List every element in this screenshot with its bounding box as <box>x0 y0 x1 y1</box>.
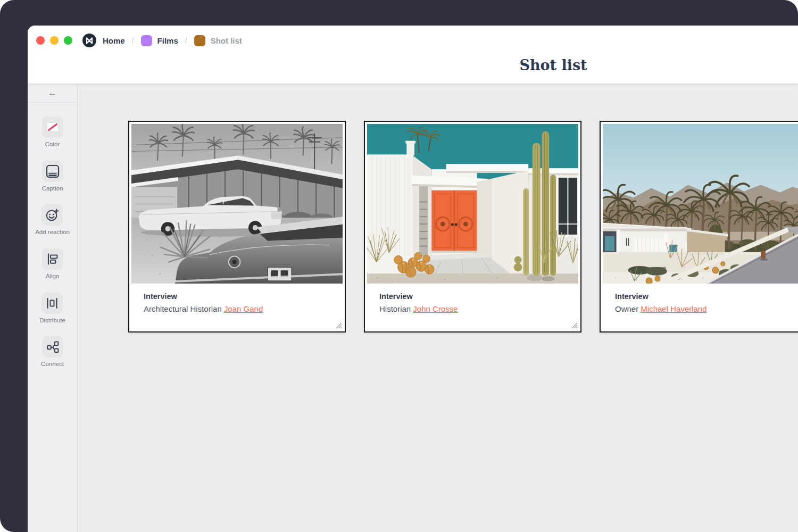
breadcrumb-separator: / <box>185 36 187 45</box>
card-caption: Interview Architectural Historian Joan G… <box>129 284 345 331</box>
tool-label: Add reaction <box>35 229 70 236</box>
person-link[interactable]: John Crosse <box>413 304 458 313</box>
tool-sidebar: ← Color Caption <box>28 84 78 532</box>
breadcrumb-films[interactable]: Films <box>157 36 178 45</box>
caption-tool-button[interactable]: Caption <box>42 161 63 192</box>
zoom-window-button[interactable] <box>64 36 72 45</box>
tool-label: Distribute <box>39 317 65 324</box>
breadcrumb: Home / Films / Shot list <box>36 34 242 47</box>
connect-icon <box>46 340 60 354</box>
card-subtitle: Owner Michael Haverland <box>615 304 798 313</box>
films-board-icon[interactable] <box>141 35 152 46</box>
minimize-window-button[interactable] <box>50 36 59 45</box>
breadcrumb-home[interactable]: Home <box>103 36 125 45</box>
add-reaction-tool-button[interactable]: Add reaction <box>35 204 70 236</box>
add-reaction-icon <box>45 208 59 222</box>
tool-label: Align <box>46 273 60 280</box>
shot-card-john-crosse[interactable]: Interview Historian John Crosse <box>364 121 581 332</box>
connect-tool-button[interactable]: Connect <box>41 336 64 368</box>
shot-card-michael-haverland[interactable]: Interview Owner Michael Haverland <box>600 121 798 332</box>
align-tool-button[interactable]: Align <box>42 248 63 280</box>
tool-label: Color <box>45 141 60 148</box>
card-subtitle: Architectural Historian Joan Gand <box>144 304 333 313</box>
resize-handle[interactable] <box>335 322 342 329</box>
card-title: Interview <box>144 292 333 301</box>
shot-card-joan-gand[interactable]: Interview Architectural Historian Joan G… <box>128 121 346 332</box>
board-title[interactable]: Shot list <box>519 57 587 73</box>
resize-handle[interactable] <box>571 322 578 329</box>
breadcrumb-separator: / <box>132 36 134 45</box>
card-caption: Interview Owner Michael Haverland <box>601 284 798 331</box>
distribute-tool-button[interactable]: Distribute <box>39 293 65 324</box>
shot-list-board-icon[interactable] <box>194 35 205 46</box>
tool-label: Connect <box>41 361 64 368</box>
milanote-logo-icon[interactable] <box>82 34 96 47</box>
color-icon <box>46 120 60 134</box>
card-photo-orange-door <box>367 124 578 284</box>
distribute-icon <box>45 296 59 310</box>
caption-icon <box>46 164 60 178</box>
breadcrumb-shot-list[interactable]: Shot list <box>211 36 242 45</box>
card-title: Interview <box>379 292 569 301</box>
card-title: Interview <box>615 292 798 301</box>
collapse-sidebar-button[interactable]: ← <box>28 84 77 103</box>
person-link[interactable]: Michael Haverland <box>641 304 706 313</box>
align-icon <box>46 252 60 266</box>
card-subtitle: Historian John Crosse <box>379 304 569 313</box>
card-photo-palm-springs-street <box>603 124 798 284</box>
color-tool-button[interactable]: Color <box>42 117 63 148</box>
app-window: Home / Films / Shot list Shot list ← Col… <box>28 26 798 532</box>
titlebar: Home / Films / Shot list Shot list <box>28 26 798 84</box>
person-link[interactable]: Joan Gand <box>224 304 263 313</box>
tool-label: Caption <box>42 185 63 192</box>
card-caption: Interview Historian John Crosse <box>365 284 580 331</box>
close-window-button[interactable] <box>36 36 45 45</box>
card-photo-bw-house-cars <box>131 124 343 284</box>
